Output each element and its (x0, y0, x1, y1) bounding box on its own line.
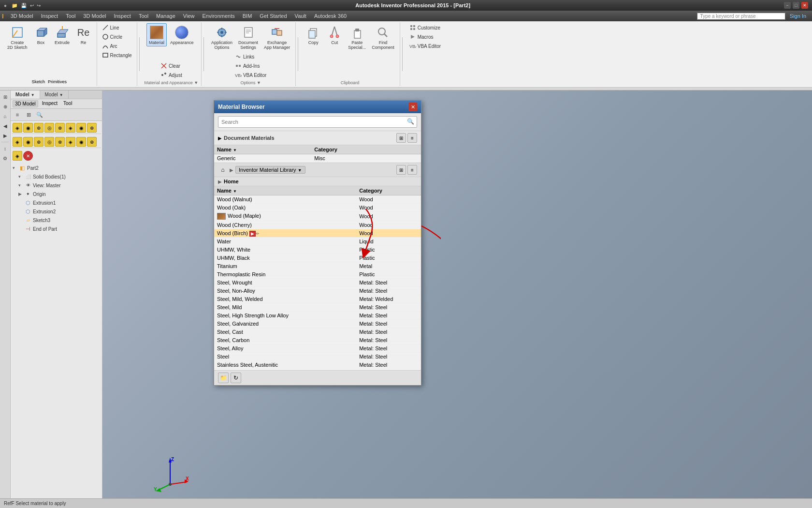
tool-icon-10[interactable]: ◉ (23, 137, 33, 147)
tree-solid-bodies[interactable]: ▾ ⬜ Solid Bodies(1) (12, 172, 101, 181)
search-input-top[interactable]: Type a keyword or phrase (697, 13, 785, 20)
lib-table-row[interactable]: Stainless Steel, Austenitic Metal: Steel (214, 361, 421, 369)
adjust-button[interactable]: Adjust (159, 71, 184, 79)
sync-button[interactable]: ↕ (1, 144, 10, 153)
tool-icon-12[interactable]: ◎ (44, 137, 54, 147)
tab-bim[interactable]: BIM (239, 12, 256, 20)
panel-filter-btn[interactable]: ≡ (13, 110, 22, 120)
tab-view[interactable]: View (179, 12, 199, 20)
tool-icon-4[interactable]: ◎ (44, 123, 54, 133)
rectangle-button[interactable]: Rectangle (100, 51, 134, 60)
tab-inspect-2[interactable]: Inspect (110, 12, 134, 20)
tool-icon-2[interactable]: ◉ (23, 123, 33, 133)
material-button[interactable]: Material (146, 23, 167, 46)
copy-button[interactable]: Copy (303, 23, 323, 46)
panel-expand-btn[interactable]: ⊞ (24, 110, 33, 120)
line-button[interactable]: Line (100, 23, 134, 32)
lib-table-row[interactable]: Steel, Mild Metal: Steel (214, 303, 421, 312)
tab-autodesk-360[interactable]: Autodesk 360 (310, 12, 350, 20)
arc-button[interactable]: Arc (100, 42, 134, 50)
tool-icon-6[interactable]: ◈ (66, 123, 75, 133)
qa-save[interactable]: 💾 (21, 3, 27, 8)
customize-button[interactable]: Customize (407, 23, 443, 32)
lib-table-row[interactable]: Wood (Walnut) Wood (214, 195, 421, 204)
lib-table-row[interactable]: Wood (Cherry) Wood (214, 221, 421, 229)
lib-table-row[interactable]: Steel, Cast Metal: Steel (214, 328, 421, 336)
doc-name-header[interactable]: Name ▼ (214, 145, 311, 154)
maximize-button[interactable]: □ (793, 2, 799, 9)
vba-editor-btn2[interactable]: VBA VBA Editor (407, 42, 443, 50)
tab-tool-2[interactable]: Tool (135, 12, 152, 20)
tool-icon-13[interactable]: ⊗ (55, 137, 65, 147)
dialog-search-input[interactable] (218, 116, 417, 128)
home-nav-button[interactable]: ⌂ (1, 112, 10, 120)
tool-icon-7[interactable]: ◉ (76, 123, 86, 133)
lib-table-row[interactable]: Steel Metal: Steel (214, 353, 421, 361)
tree-origin[interactable]: ▶ ✦ Origin (12, 190, 101, 198)
doc-materials-expand[interactable]: ▶ (218, 135, 222, 141)
tab-tool-1[interactable]: Tool (62, 12, 79, 20)
lib-table-row[interactable]: Steel, Carbon Metal: Steel (214, 336, 421, 344)
qa-undo[interactable]: ↩ (30, 3, 34, 8)
lib-table-container[interactable]: Name ▼ Category Wood (Walnut) Wood Wood … (214, 186, 421, 370)
lib-table-row[interactable]: Wood (Birch) ▶✏ Wood (214, 229, 421, 238)
lib-table-row[interactable]: Wood (Oak) Wood (214, 204, 421, 212)
extrude-button[interactable]: Extrude (52, 23, 72, 46)
macros-button[interactable]: Macros (407, 32, 443, 41)
tool-icon-15[interactable]: ◉ (76, 137, 86, 147)
tool-icon-8[interactable]: ⊕ (87, 123, 97, 133)
tab-vault[interactable]: Vault (291, 12, 310, 20)
doc-settings-button[interactable]: DocumentSettings (236, 23, 261, 51)
primitives-sub-label[interactable]: Primitives (48, 79, 67, 84)
lib-table-row[interactable]: Stainless Steel, 440C Metal: Steel (214, 369, 421, 370)
tool-sub-tab[interactable]: Tool (61, 100, 74, 107)
lib-table-row[interactable]: Steel, Wrought Metal: Steel (214, 279, 421, 287)
lib-table-row[interactable]: Titanium Metal (214, 262, 421, 270)
tool-icon-9[interactable]: ◈ (13, 137, 22, 147)
minimize-button[interactable]: − (784, 2, 791, 9)
tool-icon-17[interactable]: ◈ (13, 151, 22, 161)
tool-icon-16[interactable]: ⊕ (87, 137, 97, 147)
lib-breadcrumb-btn[interactable]: Inventor Material Library ▼ (235, 166, 305, 174)
tool-icon-3[interactable]: ⊕ (34, 123, 44, 133)
qa-open[interactable]: 📁 (12, 3, 17, 8)
lib-name-header[interactable]: Name ▼ (214, 186, 356, 195)
box-button[interactable]: Box (31, 23, 51, 46)
lib-table-row[interactable]: Water Liquid (214, 238, 421, 246)
lib-table-row[interactable]: Steel, Mild, Welded Metal: Welded (214, 295, 421, 303)
lib-table-row[interactable]: Steel, High Strength Low Alloy Metal: St… (214, 312, 421, 320)
find-component-button[interactable]: FindComponent (369, 23, 397, 51)
lib-table-row[interactable]: UHMW, Black Plastic (214, 254, 421, 262)
sign-in-button[interactable]: Sign In (790, 13, 806, 19)
revolve-button[interactable]: Re Re (73, 23, 94, 46)
tab-get-started[interactable]: Get Started (256, 12, 290, 20)
tree-root[interactable]: ▾ ◧ Part2 (12, 164, 101, 172)
exchange-app-button[interactable]: ExchangeApp Manager (261, 23, 292, 51)
model-tab-2[interactable]: Model ▼ (40, 90, 69, 99)
tab-3d-model-1[interactable]: 3D Model (7, 12, 37, 20)
tool-icon-1[interactable]: ◈ (13, 123, 22, 133)
close-button[interactable]: ✕ (801, 2, 808, 9)
settings-button[interactable]: ⚙ (1, 154, 10, 163)
doc-list-view-btn[interactable]: ≡ (407, 133, 417, 143)
tool-icon-14[interactable]: ◈ (66, 137, 75, 147)
panel-search-btn[interactable]: 🔍 (35, 110, 44, 120)
cut-button[interactable]: Cut (324, 23, 345, 46)
home-nav-icon[interactable]: ⌂ (218, 165, 228, 175)
tree-sketch3[interactable]: ▱ Sketch3 (12, 216, 101, 224)
dialog-close-button[interactable]: ✕ (408, 103, 417, 111)
tab-manage[interactable]: Manage (152, 12, 179, 20)
prev-button[interactable]: ◀ (1, 121, 10, 130)
filter-button[interactable]: ⊞ (1, 92, 10, 101)
sketch-sub-label[interactable]: Sketch (32, 79, 45, 84)
lib-table-row[interactable]: UHMW, White Plastic (214, 246, 421, 254)
inspect-sub-tab[interactable]: Inspect (40, 100, 59, 107)
tool-icon-11[interactable]: ⊕ (34, 137, 44, 147)
tree-extrusion2[interactable]: ⬡ Extrusion2 (12, 207, 101, 216)
lib-table-row[interactable]: Steel, Non-Alloy Metal: Steel (214, 287, 421, 295)
paste-special-button[interactable]: PasteSpecial... (346, 23, 368, 51)
tab-inspect-1[interactable]: Inspect (37, 12, 62, 20)
links-button[interactable]: Links (233, 52, 268, 61)
lib-table-row[interactable]: Steel, Galvanized Metal: Steel (214, 320, 421, 328)
viewport-area[interactable]: Z X Y Material Browser ✕ (102, 90, 812, 508)
